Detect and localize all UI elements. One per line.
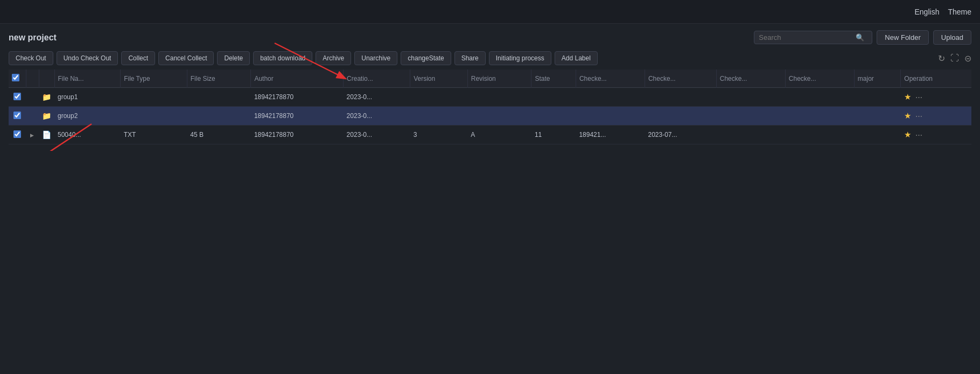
row-checkbox[interactable] bbox=[13, 93, 21, 100]
more-options-button[interactable]: ⋯ bbox=[915, 93, 922, 101]
creation-cell: 2023-0... bbox=[344, 126, 410, 144]
file-type-icon-cell: 📁 bbox=[39, 107, 54, 126]
col-checked2: Checke... bbox=[645, 70, 716, 88]
project-title: new project bbox=[9, 33, 57, 43]
file-name-cell: 50040... bbox=[54, 126, 121, 144]
file-icon: 📄 bbox=[42, 130, 51, 139]
select-all-checkbox[interactable] bbox=[12, 74, 19, 81]
version-cell: 3 bbox=[410, 126, 468, 144]
file-name-cell: group1 bbox=[54, 88, 121, 107]
expand-col-header bbox=[26, 70, 39, 88]
star-icon: ★ bbox=[904, 130, 911, 139]
folder-icon: 📁 bbox=[42, 93, 51, 101]
col-filesize: File Size bbox=[187, 70, 251, 88]
expand-icon[interactable]: ⛶ bbox=[950, 53, 959, 63]
author-cell: 18942178870 bbox=[251, 88, 344, 107]
upload-button[interactable]: Upload bbox=[933, 30, 971, 45]
row-checkbox-cell[interactable] bbox=[9, 107, 26, 126]
select-all-header[interactable] bbox=[9, 70, 26, 88]
checked3-cell bbox=[716, 107, 785, 126]
row-checkbox[interactable] bbox=[13, 112, 21, 119]
checked2-cell: 2023-07... bbox=[645, 126, 716, 144]
table-row: 📁group2189421788702023-0...★⋯ bbox=[9, 107, 971, 126]
row-checkbox-cell[interactable] bbox=[9, 88, 26, 107]
star-button[interactable]: ★ bbox=[904, 130, 911, 140]
star-icon: ★ bbox=[904, 92, 911, 101]
row-checkbox-cell[interactable] bbox=[9, 126, 26, 144]
collect-button[interactable]: Collect bbox=[121, 51, 155, 65]
more-options-icon: ⋯ bbox=[915, 93, 922, 101]
file-type-icon-cell: 📁 bbox=[39, 88, 54, 107]
author-cell: 18942178870 bbox=[251, 126, 344, 144]
batch-download-button[interactable]: batch download bbox=[253, 51, 312, 65]
refresh-icon[interactable]: ↻ bbox=[938, 53, 945, 64]
toolbar-end-icons: ↻ ⛶ ⊝ bbox=[938, 53, 971, 64]
state-cell bbox=[531, 88, 576, 107]
file-type-cell bbox=[121, 88, 187, 107]
checked4-cell bbox=[785, 107, 854, 126]
search-box[interactable]: 🔍 bbox=[754, 31, 872, 44]
file-name-cell: group2 bbox=[54, 107, 121, 126]
operation-cell[interactable]: ★⋯ bbox=[901, 107, 971, 125]
col-filename: File Na... bbox=[54, 70, 121, 88]
cancel-collect-button[interactable]: Cancel Collect bbox=[158, 51, 214, 65]
col-major: major bbox=[854, 70, 900, 88]
toolbar: Check Out Undo Check Out Collect Cancel … bbox=[9, 51, 971, 65]
expand-cell bbox=[26, 88, 39, 107]
table-row: 📄50040...TXT45 B189421788702023-0...3A11… bbox=[9, 126, 971, 144]
state-cell bbox=[531, 107, 576, 126]
delete-button[interactable]: Delete bbox=[217, 51, 250, 65]
top-bar: English Theme bbox=[0, 0, 980, 24]
add-label-button[interactable]: Add Label bbox=[555, 51, 598, 65]
operation-cell[interactable]: ★⋯ bbox=[901, 126, 971, 144]
checked1-cell: 189421... bbox=[576, 126, 645, 144]
archive-button[interactable]: Archive bbox=[316, 51, 351, 65]
checked1-cell bbox=[576, 107, 645, 126]
checked2-cell bbox=[645, 88, 716, 107]
file-size-cell bbox=[187, 107, 251, 126]
file-size-cell: 45 B bbox=[187, 126, 251, 144]
row-checkbox[interactable] bbox=[13, 130, 21, 138]
state-cell: 11 bbox=[531, 126, 576, 144]
revision-cell: A bbox=[467, 126, 531, 144]
col-revision: Revision bbox=[467, 70, 531, 88]
col-state: State bbox=[531, 70, 576, 88]
new-folder-button[interactable]: New Folder bbox=[877, 30, 928, 45]
expand-cell bbox=[26, 126, 39, 144]
version-cell bbox=[410, 88, 468, 107]
star-button[interactable]: ★ bbox=[904, 92, 911, 102]
checkout-button[interactable]: Check Out bbox=[9, 51, 53, 65]
file-size-cell bbox=[187, 88, 251, 107]
author-cell: 18942178870 bbox=[251, 107, 344, 126]
checked2-cell bbox=[645, 107, 716, 126]
grid-icon[interactable]: ⊝ bbox=[964, 53, 971, 64]
checked1-cell bbox=[576, 88, 645, 107]
more-options-button[interactable]: ⋯ bbox=[915, 112, 922, 120]
col-creation: Creatio... bbox=[344, 70, 410, 88]
col-operation: Operation bbox=[901, 70, 971, 88]
creation-cell: 2023-0... bbox=[344, 88, 410, 107]
checked4-cell bbox=[785, 88, 854, 107]
col-checked1: Checke... bbox=[576, 70, 645, 88]
col-checked3: Checke... bbox=[716, 70, 785, 88]
language-button[interactable]: English bbox=[915, 8, 940, 16]
table-body: 📁group1189421788702023-0...★⋯📁group21894… bbox=[9, 88, 971, 144]
search-icon: 🔍 bbox=[856, 33, 864, 41]
unarchive-button[interactable]: Unarchive bbox=[354, 51, 397, 65]
more-options-icon: ⋯ bbox=[915, 112, 922, 120]
file-table: File Na... File Type File Size Author Cr… bbox=[9, 70, 971, 144]
more-options-button[interactable]: ⋯ bbox=[915, 131, 922, 139]
revision-cell bbox=[467, 107, 531, 126]
initiating-process-button[interactable]: Initiating process bbox=[489, 51, 551, 65]
share-button[interactable]: Share bbox=[454, 51, 486, 65]
theme-button[interactable]: Theme bbox=[948, 8, 971, 16]
project-header: new project 🔍 New Folder Upload bbox=[9, 30, 971, 45]
expand-button[interactable] bbox=[29, 131, 35, 138]
undo-checkout-button[interactable]: Undo Check Out bbox=[57, 51, 118, 65]
table-row: 📁group1189421788702023-0...★⋯ bbox=[9, 88, 971, 107]
operation-cell[interactable]: ★⋯ bbox=[901, 88, 971, 106]
changestate-button[interactable]: changeState bbox=[401, 51, 451, 65]
star-button[interactable]: ★ bbox=[904, 111, 911, 121]
icon-col-header bbox=[39, 70, 54, 88]
search-input[interactable] bbox=[759, 33, 856, 41]
